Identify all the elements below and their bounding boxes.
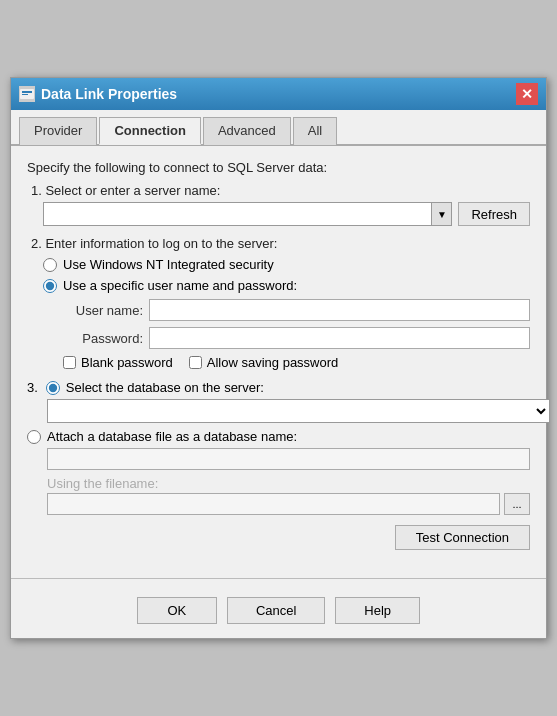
windows-security-row: Use Windows NT Integrated security xyxy=(43,257,530,272)
step3-number: 3. xyxy=(27,380,38,395)
specific-user-label: Use a specific user name and password: xyxy=(63,278,297,293)
logon-radio-group: Use Windows NT Integrated security Use a… xyxy=(27,257,530,293)
blank-password-option: Blank password xyxy=(63,355,173,370)
specific-user-radio[interactable] xyxy=(43,279,57,293)
server-input-container: ▼ xyxy=(43,202,452,226)
filename-input[interactable] xyxy=(47,493,500,515)
password-label: Password: xyxy=(63,331,143,346)
server-dropdown-arrow[interactable]: ▼ xyxy=(431,203,451,225)
windows-security-radio[interactable] xyxy=(43,258,57,272)
test-connection-row: Test Connection xyxy=(27,525,530,550)
tab-advanced[interactable]: Advanced xyxy=(203,117,291,145)
username-input[interactable] xyxy=(149,299,530,321)
cancel-button[interactable]: Cancel xyxy=(227,597,325,624)
step3-section: 3. Select the database on the server: At… xyxy=(27,380,530,550)
step1-label: 1. Select or enter a server name: xyxy=(27,183,530,198)
select-db-radio[interactable] xyxy=(46,381,60,395)
help-button[interactable]: Help xyxy=(335,597,420,624)
svg-rect-2 xyxy=(22,94,28,95)
filename-row: ... xyxy=(47,493,530,515)
footer-divider xyxy=(11,578,546,579)
allow-saving-option: Allow saving password xyxy=(189,355,339,370)
step2-label: 2. Enter information to log on to the se… xyxy=(27,236,530,251)
data-link-properties-dialog: Data Link Properties ✕ Provider Connecti… xyxy=(10,77,547,639)
allow-saving-label: Allow saving password xyxy=(207,355,339,370)
using-filename-label: Using the filename: xyxy=(47,476,530,491)
refresh-button[interactable]: Refresh xyxy=(458,202,530,226)
windows-security-label: Use Windows NT Integrated security xyxy=(63,257,274,272)
section-intro: Specify the following to connect to SQL … xyxy=(27,160,530,175)
username-label: User name: xyxy=(63,303,143,318)
specific-user-row: Use a specific user name and password: xyxy=(43,278,530,293)
step3-header-row: 3. Select the database on the server: xyxy=(27,380,530,395)
window-title: Data Link Properties xyxy=(41,86,177,102)
database-select[interactable] xyxy=(48,400,549,422)
password-options-row: Blank password Allow saving password xyxy=(63,355,530,370)
footer: OK Cancel Help xyxy=(11,589,546,638)
select-db-label: Select the database on the server: xyxy=(66,380,264,395)
tab-all[interactable]: All xyxy=(293,117,337,145)
tab-connection[interactable]: Connection xyxy=(99,117,201,145)
blank-password-label: Blank password xyxy=(81,355,173,370)
password-row: Password: xyxy=(63,327,530,349)
close-button[interactable]: ✕ xyxy=(516,83,538,105)
test-connection-button[interactable]: Test Connection xyxy=(395,525,530,550)
attach-db-radio[interactable] xyxy=(27,430,41,444)
blank-password-checkbox[interactable] xyxy=(63,356,76,369)
ok-button[interactable]: OK xyxy=(137,597,217,624)
title-bar: Data Link Properties ✕ xyxy=(11,78,546,110)
database-select-container xyxy=(47,399,550,423)
username-row: User name: xyxy=(63,299,530,321)
svg-rect-1 xyxy=(22,91,32,93)
server-name-input[interactable] xyxy=(44,203,431,225)
password-input[interactable] xyxy=(149,327,530,349)
browse-button[interactable]: ... xyxy=(504,493,530,515)
attach-db-label: Attach a database file as a database nam… xyxy=(47,429,297,444)
credentials-section: User name: Password: Blank password Allo… xyxy=(27,299,530,370)
tab-provider[interactable]: Provider xyxy=(19,117,97,145)
allow-saving-checkbox[interactable] xyxy=(189,356,202,369)
attach-name-input[interactable] xyxy=(47,448,530,470)
server-row: ▼ Refresh xyxy=(27,202,530,226)
attach-radio-row: Attach a database file as a database nam… xyxy=(27,429,530,444)
title-bar-left: Data Link Properties xyxy=(19,86,177,102)
app-icon xyxy=(19,86,35,102)
tab-bar: Provider Connection Advanced All xyxy=(11,110,546,146)
content-area: Specify the following to connect to SQL … xyxy=(11,146,546,568)
